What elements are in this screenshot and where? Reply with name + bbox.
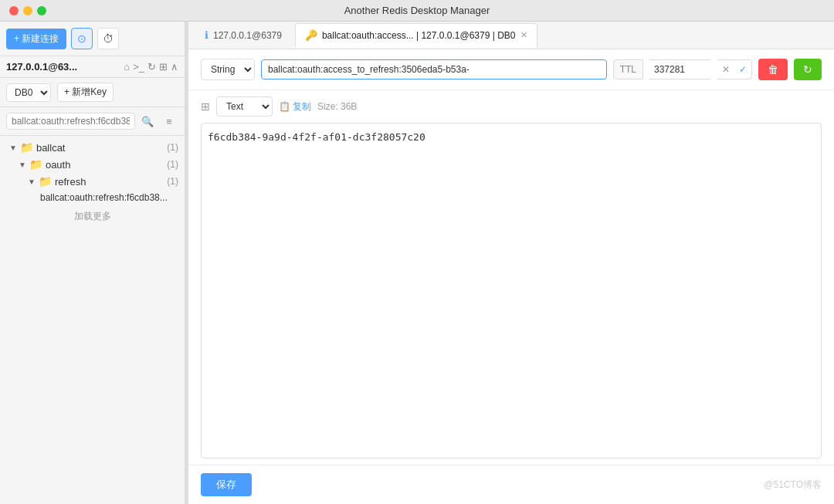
copy-label: 复制 xyxy=(293,100,311,113)
folder-icon: 📁 xyxy=(29,158,42,171)
sidebar-view-toggle-active[interactable]: ⊙ xyxy=(71,28,93,49)
tree-item-left: ▼ 📁 ballcat xyxy=(9,141,65,154)
key-name-input[interactable] xyxy=(261,59,607,79)
value-editor: ⊞ Text JSON Binary 📋 复制 Size: 36B f6cdb3… xyxy=(188,90,834,465)
tab-bar: ℹ 127.0.0.1@6379 🔑 ballcat:oauth:access.… xyxy=(188,22,834,49)
ttl-clear-button[interactable]: ✕ xyxy=(717,59,734,79)
tree-item-ballcat[interactable]: ▼ 📁 ballcat (1) xyxy=(0,139,185,156)
tab-label: ballcat:oauth:access... | 127.0.0.1@6379… xyxy=(322,30,516,41)
connection-actions: ⌂ >_ ↻ ⊞ ∧ xyxy=(124,61,178,73)
app-title: Another Redis Desktop Manager xyxy=(344,5,490,16)
tree-item-oauth[interactable]: ▼ 📁 oauth (1) xyxy=(0,156,185,173)
tab-info[interactable]: ℹ 127.0.0.1@6379 xyxy=(195,23,292,48)
grid-icon[interactable]: ⊞ xyxy=(159,61,168,73)
tree-label: refresh xyxy=(55,176,86,188)
menu-icon: ≡ xyxy=(166,116,172,127)
add-key-button[interactable]: + 新增Key xyxy=(57,83,114,102)
reload-icon[interactable]: ↻ xyxy=(147,61,156,73)
watermark: @51CTO博客 xyxy=(764,479,822,492)
terminal-icon[interactable]: >_ xyxy=(133,61,144,73)
tab-label: 127.0.0.1@6379 xyxy=(213,30,282,41)
search-input[interactable] xyxy=(6,113,135,130)
clock-icon: ⏱ xyxy=(103,32,114,45)
tree-item-left: ▼ 📁 oauth xyxy=(19,158,70,171)
copy-button[interactable]: 📋 复制 xyxy=(279,100,311,113)
ttl-actions: ✕ ✓ xyxy=(717,59,752,79)
size-label: Size: 36B xyxy=(317,101,357,112)
refresh-key-button[interactable]: ↻ xyxy=(794,59,822,80)
sidebar-settings-button[interactable]: ⏱ xyxy=(97,28,119,49)
copy-icon: 📋 xyxy=(279,101,290,112)
value-toolbar: ⊞ Text JSON Binary 📋 复制 Size: 36B xyxy=(201,96,822,117)
tree-count: (1) xyxy=(167,176,178,187)
key-type-select[interactable]: String Hash List Set ZSet xyxy=(201,59,255,80)
chevron-down-icon: ▼ xyxy=(28,178,36,186)
chevron-down-icon: ▼ xyxy=(9,144,17,152)
titlebar: Another Redis Desktop Manager xyxy=(0,0,834,22)
info-icon: ℹ xyxy=(205,29,208,41)
load-more-button[interactable]: 加载更多 xyxy=(0,205,185,228)
tree-item-left: ▼ 📁 refresh xyxy=(28,175,86,188)
tree-count: (1) xyxy=(167,159,178,170)
value-type-select[interactable]: Text JSON Binary xyxy=(216,96,273,117)
tree-item-left: ballcat:oauth:refresh:f6cdb38... xyxy=(40,192,168,203)
list-icon: ⊙ xyxy=(77,32,86,45)
main-content: ℹ 127.0.0.1@6379 🔑 ballcat:oauth:access.… xyxy=(188,22,834,504)
tree-count: (1) xyxy=(167,142,178,153)
search-button[interactable]: 🔍 xyxy=(138,112,157,130)
search-row: 🔍 ≡ xyxy=(0,107,185,136)
db-selector[interactable]: DB0 DB1 DB2 xyxy=(6,83,51,102)
key-editor: String Hash List Set ZSet TTL ✕ ✓ 🗑 ↻ xyxy=(188,49,834,90)
value-textarea[interactable]: f6cdb384-9a9d-4f2f-af01-dc3f28057c20 xyxy=(201,123,822,458)
tree-label: oauth xyxy=(46,159,71,171)
new-connection-button[interactable]: + 新建连接 xyxy=(6,29,66,49)
chevron-up-icon[interactable]: ∧ xyxy=(171,61,178,73)
close-button[interactable] xyxy=(9,6,19,15)
maximize-button[interactable] xyxy=(37,6,46,15)
save-button[interactable]: 保存 xyxy=(201,473,252,496)
window-controls xyxy=(9,6,46,15)
search-icon: 🔍 xyxy=(141,116,154,127)
tree-label: ballcat xyxy=(36,142,66,154)
key-footer: 保存 xyxy=(188,465,834,504)
chevron-down-icon: ▼ xyxy=(19,161,26,169)
filter-button[interactable]: ≡ xyxy=(160,112,178,130)
sidebar-header: + 新建连接 ⊙ ⏱ xyxy=(0,22,185,56)
delete-key-button[interactable]: 🗑 xyxy=(758,59,788,80)
sidebar: + 新建连接 ⊙ ⏱ 127.0.0.1@63... ⌂ >_ ↻ ⊞ ∧ DB… xyxy=(0,22,185,504)
ttl-label: TTL xyxy=(613,59,643,79)
tree-item-key[interactable]: ballcat:oauth:refresh:f6cdb38... xyxy=(0,190,185,205)
value-type-icon: ⊞ xyxy=(201,100,210,113)
ttl-input[interactable] xyxy=(649,59,711,79)
db-selector-row: DB0 DB1 DB2 + 新增Key xyxy=(0,78,185,107)
connection-name: 127.0.0.1@63... xyxy=(6,61,77,73)
key-label: ballcat:oauth:refresh:f6cdb38... xyxy=(40,192,168,203)
tree-item-refresh[interactable]: ▼ 📁 refresh (1) xyxy=(0,173,185,190)
tab-close-button[interactable]: ✕ xyxy=(520,30,527,40)
key-icon: 🔑 xyxy=(305,29,317,41)
folder-icon: 📁 xyxy=(39,175,52,188)
trash-icon: 🗑 xyxy=(768,63,778,76)
home-icon[interactable]: ⌂ xyxy=(124,61,130,73)
folder-icon: 📁 xyxy=(20,141,33,154)
app-body: + 新建连接 ⊙ ⏱ 127.0.0.1@63... ⌂ >_ ↻ ⊞ ∧ DB… xyxy=(0,22,834,504)
key-tree: ▼ 📁 ballcat (1) ▼ 📁 oauth (1) ▼ 📁 xyxy=(0,136,185,504)
connection-header: 127.0.0.1@63... ⌂ >_ ↻ ⊞ ∧ xyxy=(0,56,185,78)
minimize-button[interactable] xyxy=(23,6,32,15)
refresh-icon: ↻ xyxy=(803,63,812,76)
ttl-confirm-button[interactable]: ✓ xyxy=(734,59,752,79)
tab-key[interactable]: 🔑 ballcat:oauth:access... | 127.0.0.1@63… xyxy=(295,23,537,48)
